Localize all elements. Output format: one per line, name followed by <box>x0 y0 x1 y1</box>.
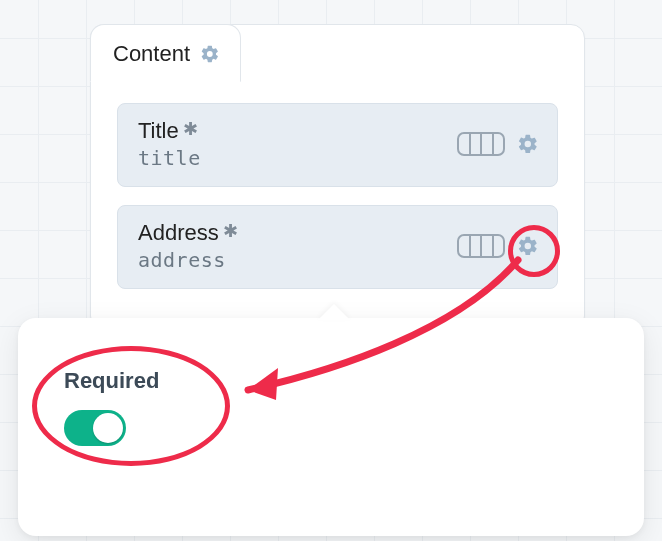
required-asterisk-icon: ✱ <box>183 120 198 138</box>
field-slug: title <box>138 146 201 170</box>
field-settings-button[interactable] <box>517 133 539 155</box>
content-panel: Content Title ✱ title <box>90 24 585 330</box>
toggle-knob <box>93 413 123 443</box>
field-row-title[interactable]: Title ✱ title <box>117 103 558 187</box>
required-label: Required <box>64 368 598 394</box>
required-toggle[interactable] <box>64 410 126 446</box>
field-label-text: Title <box>138 118 179 144</box>
grip-icon[interactable] <box>457 132 505 156</box>
field-label-text: Address <box>138 220 219 246</box>
field-info: Address ✱ address <box>138 220 238 272</box>
field-label: Address ✱ <box>138 220 238 246</box>
gear-icon[interactable] <box>200 44 220 64</box>
field-info: Title ✱ title <box>138 118 201 170</box>
tab-label: Content <box>113 41 190 67</box>
field-settings-popover: Required <box>18 318 644 536</box>
tab-strip: Content <box>90 24 241 82</box>
required-asterisk-icon: ✱ <box>223 222 238 240</box>
field-label: Title ✱ <box>138 118 201 144</box>
tab-content[interactable]: Content <box>90 24 241 82</box>
field-actions <box>457 132 539 156</box>
field-row-address[interactable]: Address ✱ address <box>117 205 558 289</box>
field-slug: address <box>138 248 238 272</box>
field-settings-button[interactable] <box>517 235 539 257</box>
field-actions <box>457 234 539 258</box>
grip-icon[interactable] <box>457 234 505 258</box>
